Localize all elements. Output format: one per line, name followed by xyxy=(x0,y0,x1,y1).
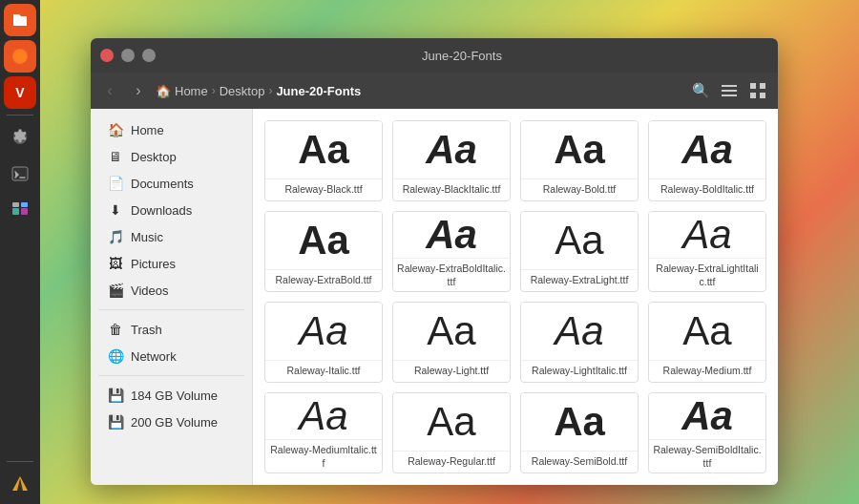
font-name: Raleway-ExtraBold.ttf xyxy=(272,270,376,291)
font-item[interactable]: AaRaleway-Regular.ttf xyxy=(392,392,511,473)
settings-icon[interactable] xyxy=(4,121,36,154)
sidebar-item-documents[interactable]: 📄 Documents xyxy=(94,170,248,197)
list-view-button[interactable] xyxy=(717,78,742,103)
sidebar-item-network[interactable]: 🌐 Network xyxy=(94,343,248,369)
font-item[interactable]: AaRaleway-Black.ttf xyxy=(264,120,383,201)
breadcrumb-home[interactable]: 🏠 Home xyxy=(156,84,208,98)
font-name: Raleway-BlackItalic.ttf xyxy=(399,179,505,200)
font-item[interactable]: AaRaleway-ExtraLight.ttf xyxy=(520,211,639,292)
sidebar-label-desktop: Desktop xyxy=(131,150,177,164)
font-preview: Aa xyxy=(521,303,638,361)
svg-rect-13 xyxy=(750,93,756,98)
sidebar-separator xyxy=(98,309,244,310)
font-preview: Aa xyxy=(393,212,510,259)
font-item[interactable]: AaRaleway-BlackItalic.ttf xyxy=(392,120,511,201)
software-icon[interactable] xyxy=(4,194,36,226)
toolbar: ‹ › 🏠 Home › Desktop › June-20-Fonts 🔍 xyxy=(91,73,778,109)
font-name: Raleway-Light.ttf xyxy=(410,361,492,382)
svg-rect-11 xyxy=(750,83,756,89)
maximize-button[interactable]: □ xyxy=(142,49,156,62)
font-preview: Aa xyxy=(521,121,638,179)
files-icon[interactable] xyxy=(4,4,36,36)
close-button[interactable]: × xyxy=(100,49,114,62)
content-area: 🏠 Home 🖥 Desktop 📄 Documents ⬇ Downloads… xyxy=(91,109,778,485)
sidebar-label-trash: Trash xyxy=(131,323,162,337)
vivaldi-icon[interactable]: V xyxy=(4,76,36,109)
font-preview: Aa xyxy=(393,121,510,179)
minimize-button[interactable]: – xyxy=(121,49,135,62)
font-preview: Aa xyxy=(265,303,382,361)
breadcrumb-current[interactable]: June-20-Fonts xyxy=(276,84,361,98)
font-item[interactable]: AaRaleway-ExtraBoldItalic.ttf xyxy=(392,211,511,292)
font-preview: Aa xyxy=(649,393,765,440)
videos-icon: 🎬 xyxy=(108,283,123,298)
back-button[interactable]: ‹ xyxy=(98,79,121,102)
font-item[interactable]: AaRaleway-Light.ttf xyxy=(392,302,511,383)
svg-rect-2 xyxy=(12,208,19,215)
font-item[interactable]: AaRaleway-MediumItalic.ttf xyxy=(264,392,383,473)
breadcrumb-desktop[interactable]: Desktop xyxy=(220,84,265,98)
sidebar-item-trash[interactable]: 🗑 Trash xyxy=(94,316,248,343)
font-item[interactable]: AaRaleway-Medium.ttf xyxy=(648,302,766,383)
sidebar-label-network: Network xyxy=(131,349,177,364)
sidebar-item-vol184[interactable]: 💾 184 GB Volume xyxy=(94,382,248,409)
firefox-icon[interactable] xyxy=(4,40,36,73)
taskbar-separator xyxy=(7,115,33,116)
font-preview: Aa xyxy=(393,393,510,452)
font-item[interactable]: AaRaleway-ExtraLightItalic.ttf xyxy=(648,211,766,292)
font-name: Raleway-Bold.ttf xyxy=(539,179,619,200)
svg-rect-14 xyxy=(760,93,765,98)
font-preview: Aa xyxy=(521,393,638,452)
grid-view-button[interactable] xyxy=(745,78,770,103)
font-name: Raleway-ExtraLightItalic.ttf xyxy=(649,259,765,292)
sidebar-label-vol184: 184 GB Volume xyxy=(131,388,218,403)
home-icon: 🏠 xyxy=(108,122,123,137)
font-item[interactable]: AaRaleway-BoldItalic.ttf xyxy=(648,120,766,201)
font-name: Raleway-ExtraLight.ttf xyxy=(527,270,633,291)
sidebar-item-pictures[interactable]: 🖼 Pictures xyxy=(94,250,248,277)
font-preview: Aa xyxy=(265,393,382,440)
font-preview: Aa xyxy=(649,212,765,259)
font-name: Raleway-MediumItalic.ttf xyxy=(265,440,382,473)
vol184-icon: 💾 xyxy=(108,388,123,403)
vlc-icon[interactable] xyxy=(4,468,36,500)
sidebar-item-vol200[interactable]: 💾 200 GB Volume xyxy=(94,409,248,435)
file-manager-window: × – □ June-20-Fonts ‹ › 🏠 Home › Desktop… xyxy=(91,38,778,485)
font-item[interactable]: AaRaleway-Bold.ttf xyxy=(520,120,639,201)
sidebar-label-downloads: Downloads xyxy=(131,203,192,218)
toolbar-actions: 🔍 xyxy=(688,78,770,103)
font-name: Raleway-SemiBoldItalic.ttf xyxy=(649,440,765,473)
font-item[interactable]: AaRaleway-SemiBoldItalic.ttf xyxy=(648,392,766,473)
file-grid: AaRaleway-Black.ttfAaRaleway-BlackItalic… xyxy=(253,109,778,485)
pictures-icon: 🖼 xyxy=(108,256,123,271)
sidebar-item-home[interactable]: 🏠 Home xyxy=(94,116,248,143)
font-name: Raleway-Italic.ttf xyxy=(283,361,364,382)
font-name: Raleway-LightItalic.ttf xyxy=(528,361,631,382)
titlebar: × – □ June-20-Fonts xyxy=(91,38,778,73)
forward-button[interactable]: › xyxy=(127,79,150,102)
font-item[interactable]: AaRaleway-Italic.ttf xyxy=(264,302,383,383)
sidebar-item-desktop[interactable]: 🖥 Desktop xyxy=(94,143,248,170)
sidebar: 🏠 Home 🖥 Desktop 📄 Documents ⬇ Downloads… xyxy=(91,109,253,485)
downloads-icon: ⬇ xyxy=(108,202,123,218)
sidebar-item-downloads[interactable]: ⬇ Downloads xyxy=(94,197,248,223)
svg-rect-10 xyxy=(722,94,737,96)
font-preview: Aa xyxy=(393,303,510,361)
taskbar-separator-bottom xyxy=(7,461,33,462)
sidebar-label-vol200: 200 GB Volume xyxy=(131,415,218,430)
search-button[interactable]: 🔍 xyxy=(688,78,713,103)
svg-rect-1 xyxy=(12,167,28,180)
font-preview: Aa xyxy=(521,212,638,270)
font-preview: Aa xyxy=(649,121,765,179)
font-item[interactable]: AaRaleway-LightItalic.ttf xyxy=(520,302,639,383)
terminal-icon[interactable] xyxy=(4,158,36,190)
music-icon: 🎵 xyxy=(108,229,123,244)
window-title: June-20-Fonts xyxy=(156,49,768,63)
taskbar: V xyxy=(0,0,40,504)
sidebar-label-home: Home xyxy=(131,123,164,137)
sidebar-item-videos[interactable]: 🎬 Videos xyxy=(94,277,248,304)
font-item[interactable]: AaRaleway-SemiBold.ttf xyxy=(520,392,639,473)
sidebar-item-music[interactable]: 🎵 Music xyxy=(94,223,248,250)
font-name: Raleway-Medium.ttf xyxy=(660,361,756,382)
font-item[interactable]: AaRaleway-ExtraBold.ttf xyxy=(264,211,383,292)
